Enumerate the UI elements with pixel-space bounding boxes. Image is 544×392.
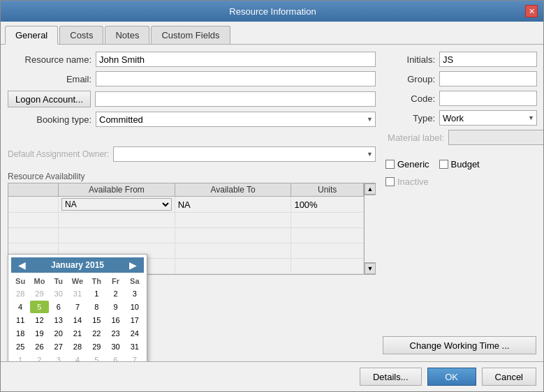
- cal-day-29-prev[interactable]: 29: [30, 287, 48, 300]
- inactive-checkbox[interactable]: Inactive: [385, 176, 536, 187]
- cal-day-11[interactable]: 11: [11, 314, 29, 326]
- cal-day-3[interactable]: 3: [126, 287, 144, 300]
- cal-day-4[interactable]: 4: [11, 301, 29, 313]
- scroll-down-button[interactable]: ▼: [365, 263, 376, 274]
- avail-cell-1-3: NA: [175, 197, 292, 212]
- group-input[interactable]: [439, 71, 537, 86]
- calendar-grid: Su Mo Tu We Th Fr Sa 28 29 30 31 1 2 3 4…: [11, 276, 144, 361]
- booking-type-label: Booking type:: [8, 114, 91, 125]
- tab-costs[interactable]: Costs: [59, 26, 103, 44]
- initials-label: Initials:: [383, 54, 435, 65]
- cal-day-18[interactable]: 18: [11, 327, 29, 340]
- cal-day-5[interactable]: 5: [30, 301, 48, 313]
- cal-day-7-next[interactable]: 7: [126, 354, 144, 361]
- default-owner-wrapper: [113, 146, 376, 162]
- cal-hdr-mo: Mo: [30, 276, 48, 287]
- cal-day-30-prev[interactable]: 30: [50, 287, 68, 300]
- inactive-checkbox-box[interactable]: [385, 177, 395, 186]
- logon-input[interactable]: [95, 91, 376, 107]
- cal-day-19[interactable]: 19: [30, 327, 48, 340]
- tabs-bar: General Costs Notes Custom Fields: [1, 22, 543, 45]
- avail-cell-1-2: NA: [59, 197, 175, 212]
- initials-input[interactable]: [439, 52, 537, 67]
- cal-day-8[interactable]: 8: [87, 301, 105, 313]
- code-input[interactable]: [439, 91, 537, 106]
- cal-day-25[interactable]: 25: [11, 340, 29, 353]
- cal-day-23[interactable]: 23: [106, 327, 124, 340]
- default-owner-row: Default Assignment Owner:: [8, 146, 376, 162]
- resource-name-input[interactable]: [96, 52, 376, 67]
- avail-row-3: [8, 228, 364, 243]
- ok-button[interactable]: OK: [427, 368, 476, 386]
- generic-checkbox-box[interactable]: [385, 160, 395, 169]
- tab-custom-fields[interactable]: Custom Fields: [151, 26, 230, 44]
- cal-day-3-next[interactable]: 3: [50, 354, 68, 361]
- cal-day-2-next[interactable]: 2: [30, 354, 48, 361]
- budget-checkbox-box[interactable]: [439, 160, 448, 169]
- cal-day-31[interactable]: 31: [126, 340, 144, 353]
- cal-day-5-next[interactable]: 5: [87, 354, 105, 361]
- cal-day-10[interactable]: 10: [126, 301, 144, 313]
- cal-day-28[interactable]: 28: [68, 340, 87, 353]
- cal-day-31-prev[interactable]: 31: [68, 287, 87, 300]
- type-row: Type: Work Material Cost: [383, 110, 536, 126]
- cal-day-4-next[interactable]: 4: [68, 354, 87, 361]
- close-button[interactable]: ✕: [525, 5, 538, 17]
- cal-day-27[interactable]: 27: [50, 340, 68, 353]
- avail-col4-header: Units: [291, 183, 364, 196]
- cal-day-1[interactable]: 1: [87, 287, 105, 300]
- cal-day-26[interactable]: 26: [30, 340, 48, 353]
- cal-day-16[interactable]: 16: [106, 314, 124, 326]
- avail-cell-2-2: [59, 213, 175, 228]
- type-select[interactable]: Work Material Cost: [439, 110, 537, 126]
- logon-row: Logon Account...: [8, 91, 376, 107]
- default-owner-select[interactable]: [113, 146, 376, 162]
- cal-day-9[interactable]: 9: [106, 301, 124, 313]
- cal-day-7[interactable]: 7: [68, 301, 87, 313]
- cancel-button[interactable]: Cancel: [482, 368, 536, 386]
- change-working-time-button[interactable]: Change Working Time ...: [383, 336, 536, 354]
- avail-col2-header: Available From: [59, 183, 175, 196]
- cal-day-1-next[interactable]: 1: [11, 354, 29, 361]
- cal-day-28-prev[interactable]: 28: [11, 287, 29, 300]
- scroll-track: [365, 195, 376, 263]
- material-label-input[interactable]: [448, 130, 543, 145]
- right-column: Initials: Group: Code: Type: Work Materi…: [383, 52, 536, 354]
- email-input[interactable]: [96, 71, 376, 86]
- avail-cell-2-3: [175, 213, 292, 228]
- dialog-title: Resource Information: [20, 6, 525, 17]
- logon-account-button[interactable]: Logon Account...: [8, 91, 91, 107]
- generic-checkbox[interactable]: Generic: [385, 159, 429, 169]
- cal-day-2[interactable]: 2: [106, 287, 124, 300]
- cal-day-30[interactable]: 30: [106, 340, 124, 353]
- cal-day-6[interactable]: 6: [50, 301, 68, 313]
- cal-day-12[interactable]: 12: [30, 314, 48, 326]
- cal-day-14[interactable]: 14: [68, 314, 87, 326]
- cal-day-24[interactable]: 24: [126, 327, 144, 340]
- cal-day-21[interactable]: 21: [68, 327, 87, 340]
- avail-cell-2-1: [8, 213, 59, 228]
- email-label: Email:: [8, 74, 91, 84]
- avail-cell-3-4: [291, 228, 364, 243]
- cal-day-17[interactable]: 17: [126, 314, 144, 326]
- cal-day-15[interactable]: 15: [87, 314, 105, 326]
- booking-type-select[interactable]: Committed Proposed: [96, 112, 376, 127]
- avail-from-select[interactable]: NA: [61, 198, 172, 211]
- cal-hdr-sa: Sa: [126, 276, 144, 287]
- calendar-nav: ◀ January 2015 ▶: [11, 257, 144, 273]
- availability-title: Resource Availability: [8, 172, 376, 181]
- cal-day-22[interactable]: 22: [87, 327, 105, 340]
- details-button[interactable]: Details...: [360, 368, 422, 386]
- initials-row: Initials:: [383, 52, 536, 67]
- cal-day-6-next[interactable]: 6: [106, 354, 124, 361]
- cal-day-20[interactable]: 20: [50, 327, 68, 340]
- tab-general[interactable]: General: [5, 26, 58, 45]
- budget-checkbox[interactable]: Budget: [439, 159, 480, 169]
- tab-notes[interactable]: Notes: [105, 26, 149, 44]
- calendar-next-button[interactable]: ▶: [126, 259, 140, 271]
- cal-day-29[interactable]: 29: [87, 340, 105, 353]
- scroll-up-button[interactable]: ▲: [365, 183, 376, 195]
- cal-day-13[interactable]: 13: [50, 314, 68, 326]
- avail-to-val: NA: [178, 199, 191, 210]
- calendar-prev-button[interactable]: ◀: [15, 259, 29, 271]
